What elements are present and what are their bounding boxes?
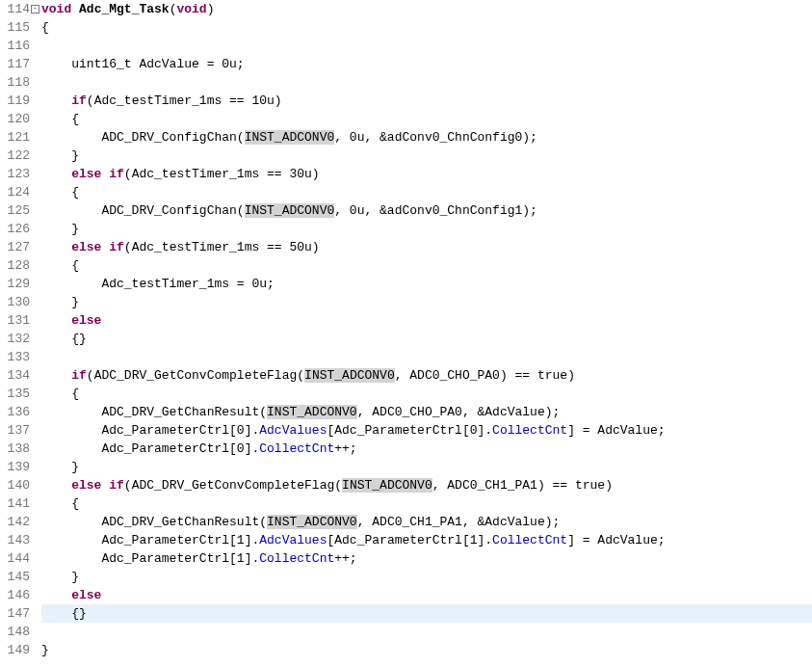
- line-number: 143: [0, 531, 30, 549]
- line-number: 138: [0, 440, 30, 458]
- line-number: 137: [0, 421, 30, 440]
- line-number: 125: [0, 201, 30, 220]
- code-line[interactable]: {: [41, 110, 812, 128]
- keyword: void: [176, 2, 206, 16]
- code-line[interactable]: Adc_ParameterCtrl[1].CollectCnt++;: [41, 549, 812, 568]
- line-number: 133: [0, 348, 30, 366]
- line-number: 148: [0, 623, 30, 641]
- member-ref: AdcValues: [259, 533, 327, 547]
- line-number: 120: [0, 110, 30, 128]
- code-line[interactable]: }: [41, 458, 812, 476]
- line-number: 121: [0, 128, 30, 147]
- code-line[interactable]: [41, 348, 812, 366]
- member-ref: CollectCnt: [259, 551, 334, 566]
- code-line[interactable]: [41, 623, 812, 641]
- keyword: else if: [71, 167, 124, 181]
- folding-column: -: [31, 0, 41, 667]
- code-area[interactable]: void Adc_Mgt_Task(void){ uint16_t AdcVal…: [41, 0, 812, 667]
- occurrence-highlight: INST_ADCONV0: [245, 203, 335, 218]
- code-line[interactable]: Adc_ParameterCtrl[1].AdcValues[Adc_Param…: [41, 531, 812, 549]
- line-number: 124: [0, 183, 30, 201]
- function-name: Adc_Mgt_Task: [79, 2, 170, 16]
- line-number: 144: [0, 549, 30, 568]
- line-number: 149: [0, 641, 30, 659]
- line-number: 114: [0, 0, 30, 18]
- line-number: 117: [0, 55, 30, 73]
- member-ref: CollectCnt: [492, 533, 567, 547]
- line-number: 142: [0, 513, 30, 531]
- occurrence-highlight: INST_ADCONV0: [267, 405, 357, 419]
- occurrence-highlight: INST_ADCONV0: [267, 515, 357, 529]
- code-line[interactable]: if(ADC_DRV_GetConvCompleteFlag(INST_ADCO…: [41, 366, 812, 385]
- line-number: 128: [0, 256, 30, 275]
- keyword: else: [71, 313, 101, 328]
- line-number: 123: [0, 165, 30, 183]
- line-number: 136: [0, 403, 30, 421]
- member-ref: CollectCnt: [259, 441, 334, 456]
- code-line[interactable]: if(Adc_testTimer_1ms == 10u): [41, 92, 812, 110]
- keyword: void: [41, 2, 71, 16]
- code-line[interactable]: ADC_DRV_GetChanResult(INST_ADCONV0, ADC0…: [41, 513, 812, 531]
- code-line[interactable]: {}: [41, 330, 812, 348]
- code-line[interactable]: {}: [41, 604, 812, 623]
- line-number: 135: [0, 385, 30, 403]
- code-line[interactable]: [41, 37, 812, 55]
- code-line[interactable]: ADC_DRV_GetChanResult(INST_ADCONV0, ADC0…: [41, 403, 812, 421]
- code-line[interactable]: {: [41, 494, 812, 513]
- code-line[interactable]: {: [41, 256, 812, 275]
- line-number-gutter: 1141151161171181191201211221231241251261…: [0, 0, 31, 667]
- code-line[interactable]: {: [41, 183, 812, 201]
- code-line[interactable]: Adc_testTimer_1ms = 0u;: [41, 275, 812, 293]
- occurrence-highlight: INST_ADCONV0: [342, 478, 432, 493]
- code-line[interactable]: }: [41, 293, 812, 311]
- line-number: 132: [0, 330, 30, 348]
- keyword: else: [71, 588, 101, 602]
- keyword: if: [71, 93, 87, 108]
- line-number: 147: [0, 604, 30, 623]
- member-ref: CollectCnt: [492, 423, 567, 438]
- line-number: 141: [0, 494, 30, 513]
- code-line[interactable]: void Adc_Mgt_Task(void): [41, 0, 812, 18]
- code-line[interactable]: ADC_DRV_ConfigChan(INST_ADCONV0, 0u, &ad…: [41, 128, 812, 147]
- code-line[interactable]: else if(Adc_testTimer_1ms == 30u): [41, 165, 812, 183]
- line-number: 119: [0, 92, 30, 110]
- line-number: 139: [0, 458, 30, 476]
- code-line[interactable]: uint16_t AdcValue = 0u;: [41, 55, 812, 73]
- code-line[interactable]: else if(ADC_DRV_GetConvCompleteFlag(INST…: [41, 476, 812, 494]
- member-ref: AdcValues: [259, 423, 327, 438]
- keyword: else if: [71, 478, 124, 493]
- keyword: if: [71, 368, 87, 383]
- occurrence-highlight: INST_ADCONV0: [304, 368, 395, 383]
- code-line[interactable]: }: [41, 568, 812, 586]
- line-number: 115: [0, 18, 30, 37]
- line-number: 146: [0, 586, 30, 604]
- line-number: 122: [0, 147, 30, 165]
- code-line[interactable]: {: [41, 385, 812, 403]
- line-number: 127: [0, 238, 30, 256]
- line-number: 118: [0, 73, 30, 92]
- line-number: 131: [0, 311, 30, 330]
- code-line[interactable]: Adc_ParameterCtrl[0].AdcValues[Adc_Param…: [41, 421, 812, 440]
- line-number: 129: [0, 275, 30, 293]
- keyword: else if: [71, 240, 124, 254]
- line-number: 145: [0, 568, 30, 586]
- code-line[interactable]: [41, 73, 812, 92]
- line-number: 140: [0, 476, 30, 494]
- occurrence-highlight: INST_ADCONV0: [245, 130, 335, 145]
- code-line[interactable]: Adc_ParameterCtrl[0].CollectCnt++;: [41, 440, 812, 458]
- line-number: 126: [0, 220, 30, 238]
- fold-toggle-icon[interactable]: -: [31, 5, 39, 13]
- code-line[interactable]: else: [41, 586, 812, 604]
- code-line[interactable]: else if(Adc_testTimer_1ms == 50u): [41, 238, 812, 256]
- code-line[interactable]: else: [41, 311, 812, 330]
- code-line[interactable]: }: [41, 147, 812, 165]
- line-number: 130: [0, 293, 30, 311]
- code-line[interactable]: {: [41, 18, 812, 37]
- code-line[interactable]: ADC_DRV_ConfigChan(INST_ADCONV0, 0u, &ad…: [41, 201, 812, 220]
- line-number: 134: [0, 366, 30, 385]
- code-line[interactable]: }: [41, 641, 812, 659]
- line-number: 116: [0, 37, 30, 55]
- code-line[interactable]: }: [41, 220, 812, 238]
